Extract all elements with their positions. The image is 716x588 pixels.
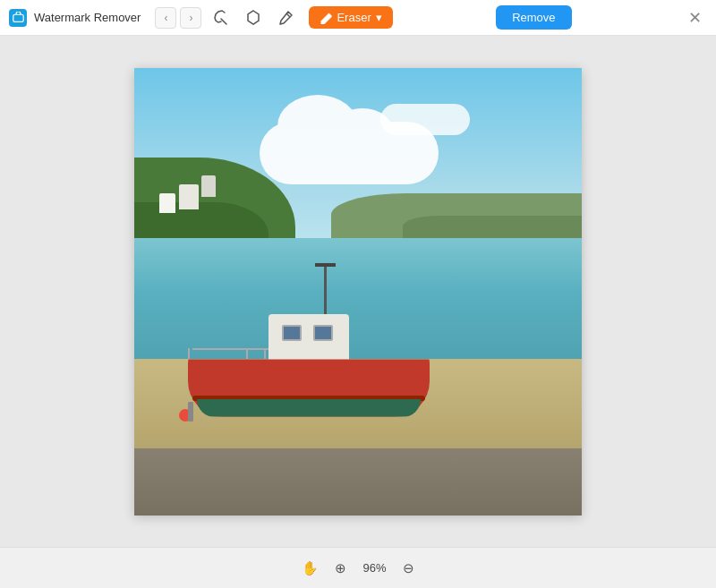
image-container[interactable] (134, 68, 582, 516)
railing-post (264, 348, 266, 362)
boat-radar (315, 263, 336, 267)
lasso-tool-icon[interactable] (209, 5, 234, 30)
hull-bottom (197, 399, 421, 417)
nav-buttons: ‹ › (155, 7, 201, 29)
cabin-window-2 (313, 325, 333, 341)
zoom-in-button[interactable]: ⊕ (331, 558, 350, 578)
app-title: Watermark Remover (34, 11, 141, 24)
pebbles-layer (134, 448, 582, 516)
forward-button[interactable]: › (180, 7, 201, 29)
svg-rect-0 (13, 14, 22, 21)
polygon-tool-icon[interactable] (241, 5, 266, 30)
railing-post (246, 348, 248, 362)
eraser-label: Eraser (337, 11, 371, 24)
back-button[interactable]: ‹ (155, 7, 176, 29)
cloud-small (380, 104, 470, 135)
zoom-out-button[interactable]: ⊖ (399, 558, 418, 578)
eraser-button[interactable]: Eraser ▾ (309, 6, 392, 29)
main-canvas-area (0, 36, 716, 547)
zoom-level-display: 96% (359, 561, 390, 575)
boat-mast (324, 265, 327, 319)
titlebar: Watermark Remover ‹ › Eraser ▾ Remove (0, 0, 716, 36)
cabin-window-1 (282, 325, 302, 341)
app-icon (9, 9, 27, 27)
eraser-dropdown-icon: ▾ (376, 11, 382, 24)
building-1 (159, 193, 175, 213)
building-3 (201, 175, 216, 197)
building-2 (179, 184, 199, 209)
toolbar-icons (209, 5, 298, 30)
brush-tool-icon[interactable] (273, 5, 298, 30)
support-leg-2 (188, 402, 193, 422)
canvas-image (134, 68, 582, 516)
railing-post (188, 348, 190, 362)
boat-cabin (268, 314, 349, 363)
zoom-bar: ✋ ⊕ 96% ⊖ (0, 547, 716, 588)
boat (188, 301, 430, 417)
hand-tool-icon[interactable]: ✋ (298, 558, 322, 578)
close-button[interactable]: ✕ (682, 5, 707, 30)
boat-railing (192, 348, 268, 350)
remove-button[interactable]: Remove (496, 5, 571, 30)
